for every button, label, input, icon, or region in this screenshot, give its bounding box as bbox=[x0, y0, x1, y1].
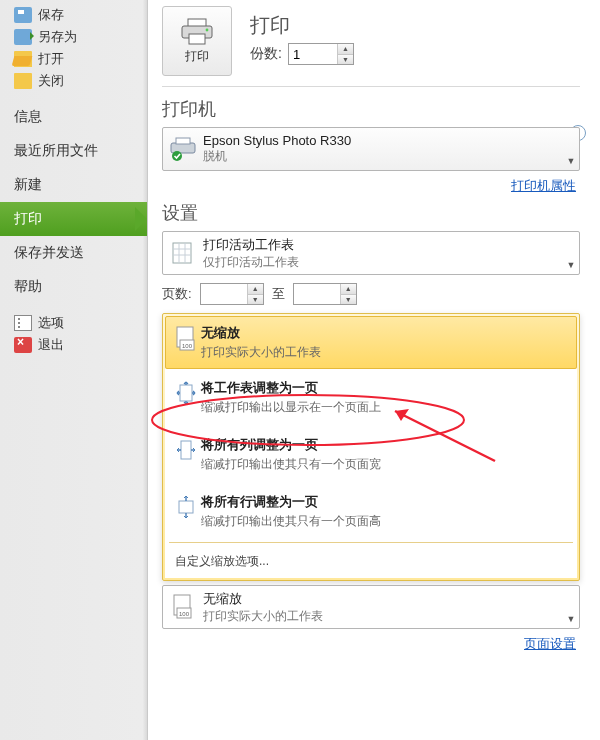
printer-status-icon bbox=[169, 137, 197, 161]
copies-label: 份数: bbox=[250, 45, 282, 63]
svg-rect-2 bbox=[189, 34, 205, 44]
nav-label: 保存并发送 bbox=[14, 244, 84, 262]
scaling-option-title: 将工作表调整为一页 bbox=[201, 379, 571, 397]
sheets-combo-title: 打印活动工作表 bbox=[203, 236, 563, 254]
print-button[interactable]: 打印 bbox=[162, 6, 232, 76]
fit-page-icon bbox=[174, 381, 198, 407]
nav-save-send[interactable]: 保存并发送 bbox=[0, 236, 147, 270]
printer-status: 脱机 bbox=[203, 148, 563, 165]
scaling-option-fit-rows[interactable]: 将所有行调整为一页 缩减打印输出使其只有一个页面高 bbox=[165, 483, 577, 540]
settings-section-title: 设置 bbox=[162, 201, 600, 225]
scaling-custom[interactable]: 自定义缩放选项... bbox=[165, 545, 577, 578]
scaling-combo[interactable]: 100 无缩放 打印实际大小的工作表 ▼ bbox=[162, 585, 580, 629]
scaling-option-desc: 打印实际大小的工作表 bbox=[201, 344, 571, 361]
chevron-down-icon[interactable]: ▼ bbox=[563, 156, 579, 170]
nav-options[interactable]: 选项 bbox=[0, 312, 147, 334]
scaling-option-no-scaling[interactable]: 100 无缩放 打印实际大小的工作表 bbox=[165, 316, 577, 369]
chevron-down-icon[interactable]: ▼ bbox=[563, 614, 579, 628]
copies-spinner[interactable]: ▲ ▼ bbox=[288, 43, 354, 65]
nav-label: 最近所用文件 bbox=[14, 142, 98, 160]
backstage-nav: 保存 另存为 打开 关闭 信息 最近所用文件 新建 打印 保存并发送 bbox=[0, 0, 148, 740]
printer-icon bbox=[180, 18, 214, 46]
copies-input[interactable] bbox=[289, 44, 337, 64]
scaling-option-title: 将所有列调整为一页 bbox=[201, 436, 571, 454]
fit-columns-icon bbox=[174, 438, 198, 464]
nav-label: 帮助 bbox=[14, 278, 42, 296]
pages-from-spinner[interactable]: ▲▼ bbox=[200, 283, 264, 305]
pages-from-input[interactable] bbox=[201, 284, 247, 304]
nav-label: 选项 bbox=[38, 314, 64, 332]
printer-name: Epson Stylus Photo R330 bbox=[203, 133, 563, 148]
nav-label: 退出 bbox=[38, 336, 64, 354]
scaling-option-desc: 缩减打印输出使其只有一个页面宽 bbox=[201, 456, 571, 473]
nav-info[interactable]: 信息 bbox=[0, 100, 147, 134]
save-icon bbox=[14, 7, 32, 23]
spinner-down-icon[interactable]: ▼ bbox=[341, 295, 356, 305]
close-icon bbox=[14, 73, 32, 89]
options-icon bbox=[14, 315, 32, 331]
pages-to-input[interactable] bbox=[294, 284, 340, 304]
scaling-current-desc: 打印实际大小的工作表 bbox=[203, 608, 563, 625]
nav-label: 新建 bbox=[14, 176, 42, 194]
scaling-option-fit-sheet[interactable]: 将工作表调整为一页 缩减打印输出以显示在一个页面上 bbox=[165, 369, 577, 426]
svg-rect-16 bbox=[181, 441, 191, 459]
chevron-down-icon[interactable]: ▼ bbox=[563, 260, 579, 274]
print-button-label: 打印 bbox=[185, 48, 209, 65]
svg-point-6 bbox=[172, 151, 182, 161]
page-100-icon: 100 bbox=[172, 594, 194, 620]
print-sheets-combo[interactable]: 打印活动工作表 仅打印活动工作表 ▼ bbox=[162, 231, 580, 275]
nav-label: 关闭 bbox=[38, 72, 64, 90]
pages-label: 页数: bbox=[162, 285, 192, 303]
pages-to-label: 至 bbox=[272, 285, 285, 303]
printer-properties-link[interactable]: 打印机属性 bbox=[162, 177, 576, 195]
svg-point-3 bbox=[206, 28, 209, 31]
svg-rect-7 bbox=[173, 243, 191, 263]
svg-rect-17 bbox=[179, 501, 193, 513]
scaling-option-fit-columns[interactable]: 将所有列调整为一页 缩减打印输出使其只有一个页面宽 bbox=[165, 426, 577, 483]
nav-open[interactable]: 打开 bbox=[0, 48, 147, 70]
nav-new[interactable]: 新建 bbox=[0, 168, 147, 202]
page-100-icon: 100 bbox=[175, 326, 197, 352]
print-pane: 打印 打印 份数: ▲ ▼ 打印机 i bbox=[148, 0, 600, 740]
spinner-up-icon[interactable]: ▲ bbox=[341, 284, 356, 295]
spinner-down-icon[interactable]: ▼ bbox=[338, 55, 353, 65]
svg-text:100: 100 bbox=[182, 343, 193, 349]
scaling-option-title: 将所有行调整为一页 bbox=[201, 493, 571, 511]
scaling-option-desc: 缩减打印输出使其只有一个页面高 bbox=[201, 513, 571, 530]
svg-text:100: 100 bbox=[179, 611, 190, 617]
printer-combo[interactable]: Epson Stylus Photo R330 脱机 ▼ bbox=[162, 127, 580, 171]
nav-label: 信息 bbox=[14, 108, 42, 126]
exit-icon bbox=[14, 337, 32, 353]
printer-section-title: 打印机 bbox=[162, 97, 600, 121]
svg-rect-15 bbox=[180, 385, 192, 401]
pages-to-spinner[interactable]: ▲▼ bbox=[293, 283, 357, 305]
spinner-up-icon[interactable]: ▲ bbox=[338, 44, 353, 55]
scaling-current-title: 无缩放 bbox=[203, 590, 563, 608]
open-icon bbox=[14, 51, 32, 67]
nav-exit[interactable]: 退出 bbox=[0, 334, 147, 356]
fit-rows-icon bbox=[174, 495, 198, 521]
sheets-icon bbox=[170, 240, 196, 266]
spinner-up-icon[interactable]: ▲ bbox=[248, 284, 263, 295]
nav-print[interactable]: 打印 bbox=[0, 202, 147, 236]
sheets-combo-desc: 仅打印活动工作表 bbox=[203, 254, 563, 271]
spinner-down-icon[interactable]: ▼ bbox=[248, 295, 263, 305]
nav-close[interactable]: 关闭 bbox=[0, 70, 147, 92]
print-title: 打印 bbox=[250, 12, 354, 39]
scaling-option-title: 无缩放 bbox=[201, 324, 571, 342]
nav-recent[interactable]: 最近所用文件 bbox=[0, 134, 147, 168]
nav-label: 打印 bbox=[14, 210, 42, 228]
scaling-dropdown: 100 无缩放 打印实际大小的工作表 将工作表调整为一页 缩减打印输出以显示在一… bbox=[162, 313, 580, 581]
save-as-icon bbox=[14, 29, 32, 45]
svg-rect-5 bbox=[176, 138, 190, 144]
page-setup-link[interactable]: 页面设置 bbox=[162, 635, 576, 653]
nav-save-as[interactable]: 另存为 bbox=[0, 26, 147, 48]
nav-save[interactable]: 保存 bbox=[0, 4, 147, 26]
scaling-option-desc: 缩减打印输出以显示在一个页面上 bbox=[201, 399, 571, 416]
nav-label: 打开 bbox=[38, 50, 64, 68]
nav-label: 保存 bbox=[38, 6, 64, 24]
nav-help[interactable]: 帮助 bbox=[0, 270, 147, 304]
nav-label: 另存为 bbox=[38, 28, 77, 46]
